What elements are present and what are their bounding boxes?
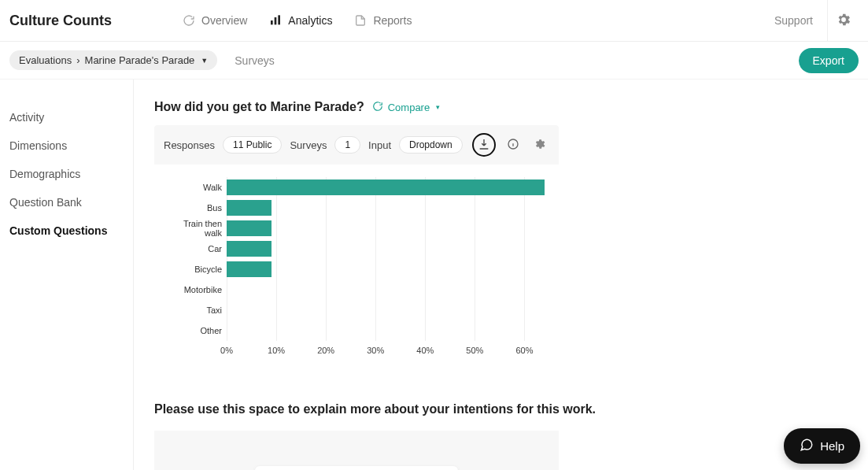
chart-x-tick: 30% — [367, 346, 384, 355]
chart-x-tick: 10% — [268, 346, 285, 355]
help-icon — [800, 438, 814, 454]
chart-row: Train then walk — [164, 218, 549, 239]
nav-overview[interactable]: Overview — [183, 14, 247, 27]
surveys-label: Surveys — [290, 139, 327, 151]
help-button[interactable]: Help — [784, 428, 860, 464]
svg-rect-2 — [279, 15, 281, 24]
nav-analytics[interactable]: Analytics — [269, 14, 332, 27]
chart-row: Bus — [164, 198, 549, 218]
chart-bar — [227, 220, 271, 236]
sidebar: Activity Dimensions Demographics Questio… — [0, 80, 134, 470]
chart-category-label: Bicycle — [164, 265, 227, 274]
bar-chart-icon — [269, 14, 282, 27]
chart-x-axis: 0%10%20%30%40%50%60% — [227, 346, 549, 358]
chart-x-tick: 0% — [220, 346, 233, 355]
chart-bar — [227, 200, 271, 216]
layout: Activity Dimensions Demographics Questio… — [0, 80, 868, 470]
info-button[interactable] — [504, 135, 523, 154]
chart-card: Responses 11 Public Surveys 1 Input Drop… — [154, 125, 559, 376]
chart-bar — [227, 241, 271, 257]
chart-row: Bicycle — [164, 259, 549, 279]
chart-x-tick: 20% — [317, 346, 334, 355]
settings-button[interactable] — [827, 0, 859, 42]
chevron-down-icon: ▼ — [201, 57, 208, 65]
chart-category-label: Other — [164, 326, 227, 335]
chart-plot: WalkBusTrain then walkCarBicycleMotorbik… — [164, 177, 549, 341]
responses-label: Responses — [164, 139, 215, 151]
surveys-chip: 1 — [334, 136, 360, 154]
nav-overview-label: Overview — [201, 14, 247, 27]
chart-bar — [227, 179, 545, 195]
chart-row: Taxi — [164, 300, 549, 320]
chart-row: Motorbike — [164, 279, 549, 300]
chart-category-label: Motorbike — [164, 285, 227, 294]
breadcrumb-root: Evaluations — [19, 54, 72, 66]
sidebar-item-dimensions[interactable]: Dimensions — [0, 131, 133, 160]
nav-reports[interactable]: Reports — [354, 14, 412, 27]
input-chip: Dropdown — [399, 136, 463, 154]
compare-label: Compare — [388, 102, 430, 113]
chart-row: Other — [164, 320, 549, 341]
chart-row: Car — [164, 239, 549, 259]
question-header: How did you get to Marine Parade? Compar… — [154, 100, 868, 114]
nav-reports-label: Reports — [373, 14, 412, 27]
gear-icon — [534, 138, 546, 153]
chart-category-label: Taxi — [164, 305, 227, 315]
chevron-right-icon: › — [76, 54, 79, 66]
breadcrumb-child: Marine Parade's Parade — [85, 54, 195, 66]
chart-x-tick: 50% — [466, 346, 483, 355]
no-responses-alert: ! No responses have been collected. — [255, 466, 457, 470]
question-title: How did you get to Marine Parade? — [154, 100, 364, 114]
svg-rect-0 — [271, 20, 273, 24]
info-icon — [507, 138, 519, 153]
chart-category-label: Walk — [164, 183, 227, 192]
chart-settings-button[interactable] — [530, 135, 549, 154]
main-content: How did you get to Marine Parade? Compar… — [134, 80, 868, 470]
sidebar-item-question-bank[interactable]: Question Bank — [0, 188, 133, 216]
question2-title: Please use this space to explain more ab… — [154, 402, 868, 416]
breadcrumb[interactable]: Evaluations › Marine Parade's Parade ▼ — [9, 50, 217, 70]
chart-body: WalkBusTrain then walkCarBicycleMotorbik… — [154, 165, 559, 376]
help-label: Help — [820, 439, 844, 453]
sidebar-item-demographics[interactable]: Demographics — [0, 160, 133, 188]
chart-category-label: Train then walk — [164, 219, 227, 238]
gear-icon — [836, 12, 851, 30]
chart-stats-bar: Responses 11 Public Surveys 1 Input Drop… — [154, 125, 559, 165]
chart-x-tick: 40% — [416, 346, 434, 355]
responses-chip: 11 Public — [223, 136, 282, 154]
sidebar-item-activity[interactable]: Activity — [0, 103, 133, 131]
support-link[interactable]: Support — [774, 14, 813, 27]
chart-x-tick: 60% — [515, 346, 533, 355]
tab-surveys[interactable]: Surveys — [235, 54, 275, 67]
document-icon — [354, 14, 367, 27]
refresh-icon — [183, 14, 195, 27]
topbar: Culture Counts Overview Analytics Report… — [0, 0, 868, 42]
download-button[interactable] — [472, 133, 496, 157]
top-right: Support — [774, 0, 859, 42]
sidebar-item-custom-questions[interactable]: Custom Questions — [0, 216, 133, 245]
chevron-down-icon: ▾ — [436, 103, 440, 111]
compare-icon — [372, 101, 383, 114]
brand-logo: Culture Counts — [9, 13, 112, 29]
svg-rect-1 — [275, 17, 277, 24]
chart-tools — [472, 133, 549, 157]
top-nav: Overview Analytics Reports — [183, 14, 412, 27]
export-button[interactable]: Export — [799, 48, 859, 73]
empty-card: ! No responses have been collected. — [154, 431, 559, 470]
input-label: Input — [368, 139, 391, 151]
chart-category-label: Bus — [164, 203, 227, 213]
chart-row: Walk — [164, 177, 549, 198]
chart-bar — [227, 261, 271, 277]
chart-category-label: Car — [164, 244, 227, 254]
compare-button[interactable]: Compare ▾ — [372, 101, 440, 114]
download-icon — [478, 138, 490, 153]
subbar: Evaluations › Marine Parade's Parade ▼ S… — [0, 42, 868, 80]
nav-analytics-label: Analytics — [288, 14, 332, 27]
